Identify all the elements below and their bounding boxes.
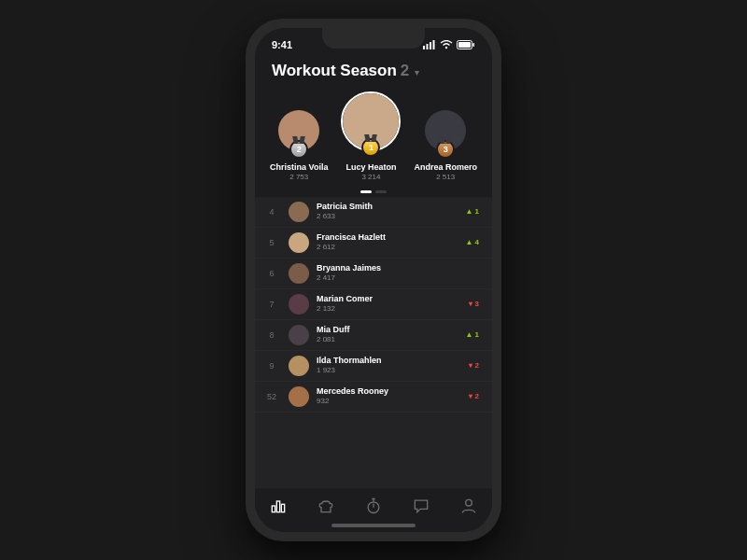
rank-number: 9 bbox=[262, 361, 281, 371]
podium-score: 2 753 bbox=[289, 173, 308, 181]
chevron-down-icon: ▾ bbox=[415, 67, 419, 77]
list-item[interactable]: 6 Bryanna Jaimes 2 417 bbox=[255, 259, 492, 289]
podium-score: 3 214 bbox=[361, 173, 380, 181]
podium-entry[interactable]: 1 Lucy Heaton 3 214 bbox=[341, 91, 401, 181]
svg-rect-7 bbox=[473, 43, 475, 47]
podium-name: Andrea Romero bbox=[414, 162, 477, 172]
avatar: 3 bbox=[425, 110, 466, 151]
podium: 2 Christina Voila 2 753 1 Lucy Heaton 3 … bbox=[255, 82, 492, 183]
rank-number: 5 bbox=[262, 238, 281, 247]
pager[interactable] bbox=[255, 183, 492, 197]
list-item[interactable]: 9 Ilda Thormahlen 1 923 ▾ 2 bbox=[255, 351, 492, 382]
leaderboard-list[interactable]: 4 Patricia Smith 2 633 ▲ 1 5 Francisca H… bbox=[255, 197, 492, 488]
list-item[interactable]: 52 Mercedes Rooney 932 ▾ 2 bbox=[255, 382, 492, 413]
pager-dot[interactable] bbox=[360, 190, 372, 193]
avatar bbox=[289, 232, 309, 253]
season-number: 2 bbox=[401, 62, 409, 80]
chat-icon bbox=[412, 497, 430, 519]
row-score: 2 132 bbox=[317, 304, 460, 314]
row-name: Mia Duff bbox=[317, 325, 460, 335]
rank-number: 52 bbox=[262, 392, 281, 401]
leaderboard-tab[interactable] bbox=[268, 497, 289, 518]
rank-number: 7 bbox=[262, 300, 281, 309]
workouts-tab[interactable] bbox=[316, 497, 336, 518]
row-name: Ilda Thormahlen bbox=[317, 356, 460, 366]
profile-tab[interactable] bbox=[458, 497, 479, 518]
avatar bbox=[289, 386, 309, 407]
list-item[interactable]: 5 Francisca Hazlett 2 612 ▲ 4 bbox=[255, 228, 492, 259]
svg-point-4 bbox=[445, 47, 447, 49]
row-score: 1 923 bbox=[317, 366, 460, 375]
row-score: 2 081 bbox=[317, 335, 460, 344]
chef-icon bbox=[317, 497, 335, 519]
timer-tab[interactable] bbox=[363, 497, 384, 518]
rank-number: 6 bbox=[262, 269, 281, 278]
svg-rect-10 bbox=[282, 504, 285, 511]
rank-delta: ▾ 2 bbox=[460, 392, 479, 400]
row-score: 932 bbox=[317, 397, 460, 406]
list-item[interactable]: 7 Marian Comer 2 132 ▾ 3 bbox=[255, 289, 492, 320]
row-name: Mercedes Rooney bbox=[317, 386, 460, 397]
home-indicator[interactable] bbox=[331, 524, 416, 527]
rank-delta: ▾ 2 bbox=[460, 361, 479, 370]
row-name: Bryanna Jaimes bbox=[317, 263, 460, 273]
medal-icon: 2 bbox=[289, 140, 308, 159]
svg-rect-3 bbox=[433, 40, 435, 49]
svg-rect-2 bbox=[430, 42, 431, 49]
header[interactable]: Workout Season 2 ▾ bbox=[255, 56, 492, 82]
signal-icon bbox=[423, 40, 436, 49]
pager-dot[interactable] bbox=[375, 190, 387, 193]
row-score: 2 633 bbox=[317, 212, 460, 221]
svg-rect-1 bbox=[427, 44, 429, 49]
status-time: 9:41 bbox=[272, 39, 292, 50]
chat-tab[interactable] bbox=[411, 497, 431, 518]
svg-rect-9 bbox=[277, 501, 280, 512]
avatar: 1 bbox=[341, 91, 401, 151]
avatar bbox=[289, 202, 309, 222]
battery-icon bbox=[457, 40, 475, 49]
podium-entry[interactable]: 2 Christina Voila 2 753 bbox=[270, 110, 328, 181]
svg-rect-8 bbox=[273, 506, 275, 512]
medal-icon: 3 bbox=[436, 140, 455, 159]
row-name: Patricia Smith bbox=[317, 202, 460, 212]
svg-rect-0 bbox=[423, 46, 425, 49]
avatar: 2 bbox=[278, 110, 319, 151]
avatar bbox=[289, 294, 309, 315]
row-score: 2 417 bbox=[317, 273, 460, 283]
podium-score: 2 513 bbox=[436, 173, 455, 181]
row-name: Marian Comer bbox=[317, 294, 460, 304]
rank-delta: ▲ 1 bbox=[460, 207, 479, 216]
svg-point-15 bbox=[465, 499, 472, 506]
list-item[interactable]: 4 Patricia Smith 2 633 ▲ 1 bbox=[255, 197, 492, 228]
row-name: Francisca Hazlett bbox=[317, 232, 460, 243]
bars-icon bbox=[269, 497, 288, 519]
page-title: Workout Season bbox=[272, 62, 397, 80]
rank-number: 4 bbox=[262, 207, 281, 217]
avatar bbox=[289, 356, 309, 376]
podium-name: Lucy Heaton bbox=[345, 162, 396, 172]
podium-entry[interactable]: 3 Andrea Romero 2 513 bbox=[414, 110, 477, 181]
list-item[interactable]: 8 Mia Duff 2 081 ▲ 1 bbox=[255, 320, 492, 351]
rank-delta: ▲ 4 bbox=[460, 238, 479, 246]
notch bbox=[322, 28, 425, 49]
medal-icon: 1 bbox=[361, 138, 380, 157]
avatar bbox=[289, 325, 309, 345]
phone-frame: 9:41 Workout Season 2 ▾ 2 Christ bbox=[246, 19, 501, 541]
person-icon bbox=[459, 497, 478, 519]
rank-delta: ▲ 1 bbox=[460, 330, 479, 339]
screen: 9:41 Workout Season 2 ▾ 2 Christ bbox=[255, 28, 492, 532]
rank-delta: ▾ 3 bbox=[460, 300, 479, 308]
wifi-icon bbox=[440, 40, 453, 49]
svg-rect-6 bbox=[458, 42, 471, 48]
row-score: 2 612 bbox=[317, 243, 460, 252]
stopwatch-icon bbox=[364, 497, 383, 519]
avatar bbox=[289, 263, 309, 284]
rank-number: 8 bbox=[262, 330, 281, 340]
podium-name: Christina Voila bbox=[270, 162, 328, 172]
